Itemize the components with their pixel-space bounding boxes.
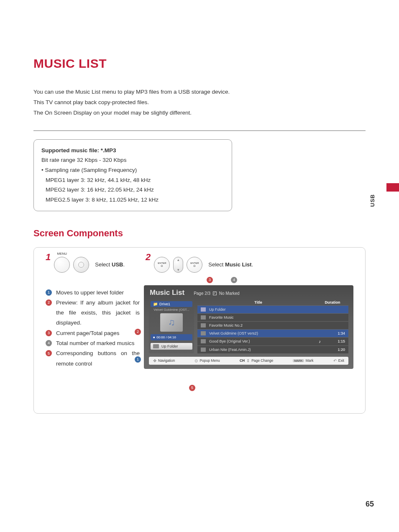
screen-components-box: 1 Select USB. 2 ENTER⊙ ENTER⊙ Select Mus… [33, 247, 366, 414]
col-duration-header: Duration [320, 300, 345, 304]
intro-text: You can use the Music List menu to play … [33, 87, 366, 118]
enter-icon: ⊙ [194, 358, 198, 363]
legend-text-1: Moves to upper level folder [56, 288, 140, 298]
legend-text-5: Corresponding buttons on the remote cont… [56, 348, 140, 369]
legend-item-1: 1 Moves to upper level folder [46, 288, 140, 298]
music-note-icon: ♫ [168, 317, 175, 328]
row-folder-icon [201, 315, 206, 320]
legend-text-3: Current page/Total pages [56, 328, 140, 338]
step1-bold: USB [112, 261, 123, 268]
mpeg25-text: MPEG2.5 layer 3: 8 kHz, 11.025 kHz, 12 k… [41, 195, 224, 205]
osd-screenshot: Music List Page 2/3 No Marked 📁 Drive1 [144, 285, 353, 369]
row-dur-5: 1:20 [324, 348, 345, 352]
steps-row: 1 Select USB. 2 ENTER⊙ ENTER⊙ Select Mus… [46, 257, 353, 273]
mark-key-icon: MARK [293, 359, 304, 362]
exit-icon: ↶ [333, 358, 337, 363]
step-number-2: 2 [146, 252, 151, 263]
folder-icon: 📁 [153, 302, 158, 306]
step2-text: Select Music List. [208, 261, 253, 268]
nav-icon: ✥ [153, 358, 156, 363]
osd-footer-hints: ✥Navigation ⊙Popup Menu CH ⇕ Page Change… [149, 357, 348, 365]
osd-title: Music List [150, 289, 184, 297]
ch-label: CH [240, 358, 245, 363]
exit-label: Exit [338, 358, 344, 363]
sampling-label: • Sampling rate (Sampling Frequency) [41, 165, 224, 175]
hint-exit: ↶Exit [333, 358, 344, 363]
up-folder-label: Up Folder [161, 344, 178, 348]
section-tab [386, 183, 399, 192]
drive-bar: 📁 Drive1 [151, 301, 192, 307]
up-folder-button: Up Folder [151, 343, 192, 350]
row-title-5: Urban Nite (Feat.Amin.J) [209, 348, 321, 352]
osd-page-indicator: Page 2/3 No Marked [194, 291, 240, 296]
step2-post: . [252, 261, 253, 268]
page-change-label: Page Change [251, 358, 273, 363]
intro-line-1: You can use the Music List menu to play … [33, 87, 366, 97]
osd-no-marked: No Marked [219, 291, 240, 296]
osd-page-text: Page 2/3 [194, 291, 210, 296]
section-label: USB [369, 194, 376, 207]
checkbox-icon [213, 292, 217, 295]
osd-row-upfolder: Up Folder [197, 305, 348, 313]
playback-time-bar: 00:00 / 04:16 [151, 334, 192, 340]
osd-left-panel: 📁 Drive1 Velvet Goldmine (OST... ♫ 00:00… [149, 299, 194, 353]
bitrate-text: Bit rate range 32 Kbps - 320 Kbps [41, 155, 224, 165]
updown-icon: ⇕ [246, 358, 250, 363]
step-1: 1 Select USB. [46, 257, 125, 273]
legend-bullet-3: 3 [46, 330, 52, 336]
dpad-vertical-icon [173, 257, 183, 273]
nav-label: Navigation [158, 358, 175, 363]
row-dur-3: 1:34 [324, 331, 345, 335]
legend-bullet-4: 4 [46, 340, 52, 346]
osd-row-highlighted: Velvet Goldmine (OST vers2) 1:34 [197, 329, 348, 337]
horizontal-rule [33, 130, 366, 131]
mpeg2-text: MPEG2 layer 3: 16 kHz, 22.05 kHz, 24 kHz [41, 185, 224, 195]
hint-page-change: CH ⇕ Page Change [240, 358, 273, 363]
legend-item-3: 3 Current page/Total pages [46, 328, 140, 338]
callout-4: 4 [231, 277, 237, 283]
osd-column-headers: Title Duration [197, 299, 348, 305]
osd-row: Favorite Music [197, 313, 348, 321]
row-file-icon [201, 339, 206, 343]
osd-header: Music List Page 2/3 No Marked [144, 285, 353, 299]
enter-button-icon: ENTER⊙ [154, 257, 170, 273]
playback-time: 00:00 / 04:16 [156, 335, 176, 339]
row-title-0: Up Folder [209, 307, 321, 312]
supported-file-box: Supported music file: *.MP3 Bit rate ran… [33, 139, 232, 211]
legend-bullet-2: 2 [46, 299, 52, 306]
row-file-icon [201, 348, 206, 352]
row-dur-4: 1:15 [324, 339, 345, 343]
step-number-1: 1 [46, 252, 51, 263]
osd-row: Urban Nite (Feat.Amin.J) 1:20 [197, 345, 348, 353]
step1-post: . [123, 261, 125, 268]
legend-bullet-1: 1 [46, 289, 52, 296]
album-name: Velvet Goldmine (OST... [153, 308, 189, 312]
row-up-folder-icon [201, 307, 206, 312]
row-file-icon [201, 331, 206, 335]
popup-label: Popup Menu [200, 358, 220, 363]
row-title-3: Velvet Goldmine (OST vers2) [209, 331, 321, 335]
osd-file-list: Title Duration Up Folder Favorite Music [197, 299, 348, 353]
drive-label: Drive1 [159, 302, 170, 306]
hint-navigation: ✥Navigation [153, 358, 175, 363]
dpad-button-icon [73, 257, 89, 273]
legend-text-4: Total number of marked musics [56, 338, 140, 348]
osd-row: Favorite Music No.2 [197, 321, 348, 329]
step1-text: Select USB. [95, 261, 125, 268]
step2-pre: Select [208, 261, 225, 268]
callout-5: 5 [189, 385, 195, 391]
enter-button-icon-2: ENTER⊙ [187, 257, 202, 273]
page-number: 65 [366, 500, 374, 509]
step1-pre: Select [95, 261, 112, 268]
hint-mark: MARK Mark [293, 358, 313, 363]
legend-item-4: 4 Total number of marked musics [46, 338, 140, 348]
col-title-header: Title [201, 300, 316, 304]
osd-row: Good Bye (Original Ver.) ♪ 1:15 [197, 337, 348, 345]
row-title-1: Favorite Music [209, 315, 321, 320]
callout-2: 2 [135, 329, 141, 335]
album-art-preview: ♫ [160, 313, 183, 332]
intro-line-2: This TV cannot play back copy-protected … [33, 98, 366, 107]
legend-item-2: 2 Preview: If any album jacket for the f… [46, 298, 140, 328]
menu-button-icon [54, 257, 70, 273]
supported-file-title: Supported music file: *.MP3 [41, 146, 224, 156]
